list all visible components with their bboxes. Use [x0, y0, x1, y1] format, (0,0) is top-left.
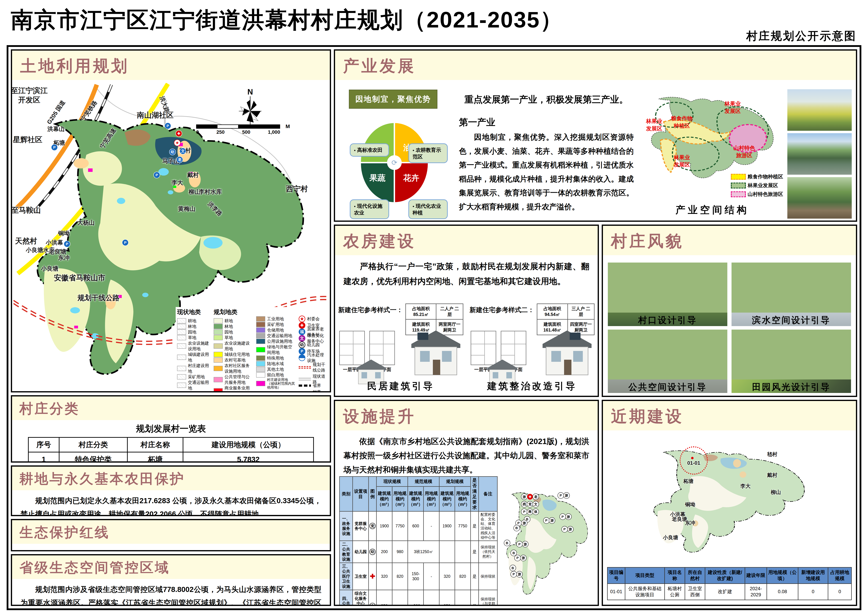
map-label: 星辉社区 — [13, 135, 42, 144]
map-legend: 现状地类 耕地林地园地草地农业设施建设用地城镇建设用地村庄建设用地采矿用地交通运… — [176, 307, 327, 388]
legend-label: 公用设施用地 — [188, 391, 211, 392]
style-photo-cell: 滨水空间设计引导 — [732, 262, 851, 326]
industry-wheel: ⟳ 水稻 油菜 果蔬 花卉 高标准农田 农耕教育示范区 现代化设施农业 现代化农… — [358, 115, 431, 213]
legend-label: 村界 — [313, 389, 321, 392]
legend-label: 留白用地 — [267, 372, 284, 378]
structure-zone-label: 林果业 发展区 — [724, 100, 741, 115]
map-label: 老良塘 — [672, 516, 687, 523]
sample1-render — [407, 327, 465, 378]
row-icon: 党 — [369, 523, 376, 529]
legend-swatch — [256, 361, 265, 366]
legend-swatch — [214, 366, 223, 371]
page-title: 南京市江宁区江宁街道洪幕村村庄规划（2021-2035） — [11, 5, 857, 35]
cell: ≥300 — [408, 590, 423, 606]
panel-heading: 近期建设 — [611, 406, 854, 427]
industry-content: 因地制宜，聚焦优势 ⟳ 水稻 油菜 — [335, 83, 856, 220]
legend-item: 农业设施建设用地 — [177, 340, 211, 352]
panel-heading-band: 土地利用规划 — [12, 51, 330, 80]
cell: 0 — [798, 583, 828, 600]
col-header: 现状规模 — [377, 477, 408, 487]
legend-item: 工业用地 — [256, 316, 296, 322]
housing-samples: 新建住宅参考样式一： 占地面积85.21㎡二人户 二层 建筑面积119.49㎡两… — [335, 301, 598, 396]
facility-badge-icon: P — [64, 241, 70, 247]
legend-planned-title: 规划地类 — [214, 308, 254, 316]
style-photo-caption: 田园风光设计引导 — [732, 381, 851, 393]
style-photo-cell: 公共空间设计引导 — [608, 330, 727, 393]
project-location-circle — [680, 447, 708, 474]
legend-swatch — [214, 329, 223, 335]
legend-label: 农业设施建设用地 — [225, 340, 254, 352]
parking-icon: P — [299, 348, 305, 355]
facility-badge-icon: ✚ — [175, 130, 182, 137]
elder-care-icon: 福 — [299, 329, 305, 335]
scale-unit: M — [285, 123, 290, 129]
legend-swatch — [177, 366, 186, 371]
primary-industry-body: 因地制宜，聚焦优势。深入挖掘规划区资源特色，发展小麦、油菜、花卉、果蔬等多种种植… — [459, 130, 634, 214]
cell: 200 — [377, 541, 392, 563]
col-header: 是否满足要求 — [470, 477, 479, 512]
cell: 卫生室西侧 — [685, 583, 705, 600]
cell: 幼儿园 — [353, 541, 369, 563]
facility-map-icon: 游 — [549, 517, 555, 524]
legend-planned-items-2: 工业用地采矿用地仓储用地交通运输用地公用设施用地绿地与开敞空间用地特殊用地陆地水… — [256, 316, 296, 389]
industry-lead: 重点发展第一产业，积极发展第三产业。 — [459, 93, 634, 106]
legend-item-sewage: 污水处理设施 — [299, 355, 326, 361]
facility-map-icon: B — [504, 540, 510, 546]
callout-high-standard-farmland: 高标准农田 — [350, 143, 389, 157]
structure-zone-label: 粮食作物 种植区 — [671, 115, 693, 130]
col-header: 设置项目 — [353, 477, 369, 512]
panel-heading: 村庄风貌 — [611, 230, 854, 252]
legend-item-village-border: 村界 — [299, 389, 326, 392]
col-header: 占用耕地规模 — [828, 567, 851, 583]
legend-item-kindergarten: 幼幼儿园 — [299, 342, 326, 347]
row-facilities-recent: 设施提升 依据《南京市乡村地区公共设施配套规划指南》(2021版)，规划洪幕村按… — [334, 400, 857, 606]
col-header: 建设年限 — [745, 567, 767, 583]
legend-label: 规划干线公路 — [313, 362, 326, 373]
category-cell: 一、政务服务设施 — [339, 511, 353, 541]
style-photo-cell: 村口设计引导 — [608, 262, 727, 326]
cell: 7750 — [392, 511, 408, 541]
land-use-map: 至江宁滨江 开发区G205 国道宁芜铁路宁芜高速洪大路星辉社区南山湖社区西宁村天… — [14, 83, 329, 390]
note-cell: 配置村委会、文化站、体育活动站、残疾人活动中心等 — [479, 511, 497, 541]
table-row: 一、政务服务设施 党群服务中心 党 19007750 600- 19007750… — [339, 511, 498, 541]
facility-map-icon: B — [513, 525, 520, 531]
facility-badge-icon: P — [153, 172, 160, 178]
legend-item: 采矿用地 — [256, 322, 296, 327]
legend-current-items: 耕地林地园地草地农业设施建设用地城镇建设用地村庄建设用地采矿用地交通运输用地公用… — [177, 318, 211, 392]
facility-badge-icon: P — [51, 144, 58, 151]
legend-item: 特殊用地 — [256, 355, 296, 361]
facility-map-icon: P — [543, 517, 550, 524]
col-subheader: 用地规模约（m²） — [455, 487, 471, 511]
legend-item: 其他土地 — [256, 366, 296, 372]
structure-map-title: 产业空间结构 — [640, 203, 785, 217]
legend-swatch — [214, 388, 223, 392]
legend-swatch — [256, 339, 265, 344]
col-header: 所在自然村 — [685, 567, 705, 583]
legend-current-title: 现状地类 — [177, 308, 211, 316]
col-subheader: 用地规模约（m²） — [392, 487, 408, 511]
legend-swatch — [214, 324, 223, 329]
facility-map-icon: 游 — [520, 555, 527, 561]
cell: 是 — [470, 541, 479, 563]
legend-item: 粮食作物种植区 — [731, 173, 783, 180]
legend-swatch — [177, 324, 186, 329]
legend-item-existing-road: 现状道路 — [299, 376, 326, 382]
legend-item: 村庄建设用地 （城镇村范围内其他用地） — [256, 378, 296, 389]
cell — [455, 541, 471, 563]
sample2-title: 新建住宅参考样式二： — [470, 301, 534, 314]
sample2-caption: 建筑整治改造引导 — [467, 380, 598, 392]
facility-badge-icon: P — [122, 239, 129, 246]
facility-badge-icon: ★ — [174, 140, 181, 146]
cell: 柘塘村公厕 — [665, 583, 685, 600]
map-label: 南山湖社区 — [137, 111, 174, 120]
content-frame: 土地利用规划 — [7, 45, 861, 610]
legend-swatch — [214, 352, 223, 357]
cell: 320 — [377, 563, 392, 590]
cell: 7750 — [455, 511, 471, 541]
cell: 2024-2029 — [745, 583, 767, 600]
sample1-caption: 民居建筑引导 — [335, 380, 467, 392]
scale-tick: 0 — [196, 129, 199, 135]
col-header: 类别 — [339, 477, 353, 512]
col-header: 项目名称 — [665, 567, 685, 583]
legend-label: 其他土地 — [267, 366, 284, 372]
